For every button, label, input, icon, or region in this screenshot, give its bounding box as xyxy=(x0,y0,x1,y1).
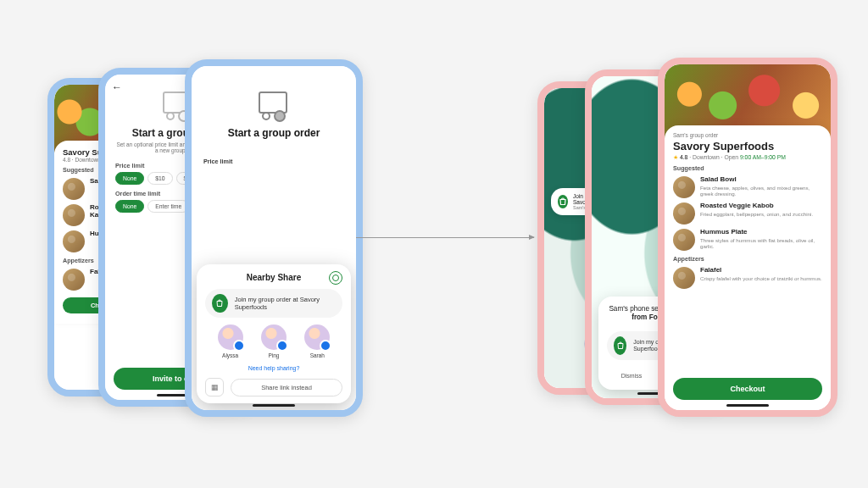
home-indicator xyxy=(253,404,295,407)
star-icon: ★ xyxy=(673,154,678,160)
avatar xyxy=(218,324,243,350)
dismiss-button[interactable]: Dismiss xyxy=(607,369,656,383)
promo-stage: Savory Superfoods 4.8 · Downtown · Open … xyxy=(0,0,868,488)
share-message: Join my group order at Savory Superfoods xyxy=(235,296,336,311)
shopping-bag-icon xyxy=(558,195,568,208)
food-thumb xyxy=(63,178,85,200)
restaurant-meta-row: ★ 4.8 · Downtown · Open 9:00 AM–9:00 PM xyxy=(673,154,822,161)
share-link-button[interactable]: Share link instead xyxy=(231,379,342,396)
menu-item[interactable]: Roasted Veggie KabobFried eggplant, bell… xyxy=(673,202,822,225)
shopping-bag-icon xyxy=(614,336,626,355)
nearby-share-title: Nearby Share xyxy=(205,273,342,282)
share-payload-pill: Join my group order at Savory Superfoods xyxy=(205,289,342,318)
section-appetizers: Appetizers xyxy=(673,255,822,263)
price-chip-none[interactable]: None xyxy=(115,172,144,185)
nearby-person[interactable]: Sarah xyxy=(304,324,330,358)
food-thumb xyxy=(63,230,85,252)
nearby-people: Alyssa Ping Sarah xyxy=(209,324,339,358)
food-thumb xyxy=(63,269,85,291)
restaurant-title: Savory Superfoods xyxy=(673,140,822,152)
food-thumb xyxy=(63,204,85,226)
nearby-share-sheet: Nearby Share Join my group order at Savo… xyxy=(197,264,351,403)
back-icon[interactable]: ← xyxy=(112,81,122,93)
section-suggested: Suggested xyxy=(673,164,822,172)
menu-item[interactable]: Salad BowlFeta cheese, apples, olives, a… xyxy=(673,176,822,198)
gear-icon[interactable] xyxy=(329,271,342,285)
cart-illustration-icon xyxy=(253,88,294,122)
flow-arrow-icon xyxy=(356,237,534,238)
price-limit-label-dim: Price limit xyxy=(203,158,344,165)
time-chip-none[interactable]: None xyxy=(115,200,144,213)
receiver-phone-menu: Sam's group order Savory Superfoods ★ 4.… xyxy=(658,58,837,417)
avatar xyxy=(304,324,330,350)
nearby-person[interactable]: Alyssa xyxy=(218,324,243,358)
time-chip-enter[interactable]: Enter time xyxy=(147,200,189,213)
menu-item[interactable]: Hummus PlateThree styles of hummus with … xyxy=(673,229,822,251)
start-group-title-dim: Start a group order xyxy=(192,127,356,139)
avatar xyxy=(261,324,287,350)
price-chip-10[interactable]: $10 xyxy=(147,172,172,185)
sender-phone-nearby-share: Start a group order Price limit Nearby S… xyxy=(185,59,363,417)
food-thumb xyxy=(673,202,695,225)
menu-item[interactable]: FalafelCrispy falafel with your choice o… xyxy=(673,267,822,289)
home-indicator xyxy=(726,404,769,407)
nearby-person[interactable]: Ping xyxy=(261,324,287,358)
qr-icon[interactable]: ▦ xyxy=(205,378,224,396)
food-thumb xyxy=(673,267,695,289)
checkout-button[interactable]: Checkout xyxy=(673,378,822,400)
group-order-label: Sam's group order xyxy=(673,132,822,138)
help-sharing-link[interactable]: Need help sharing? xyxy=(205,365,342,371)
shopping-bag-icon xyxy=(212,294,228,313)
food-thumb xyxy=(673,176,695,198)
food-thumb xyxy=(673,229,695,251)
